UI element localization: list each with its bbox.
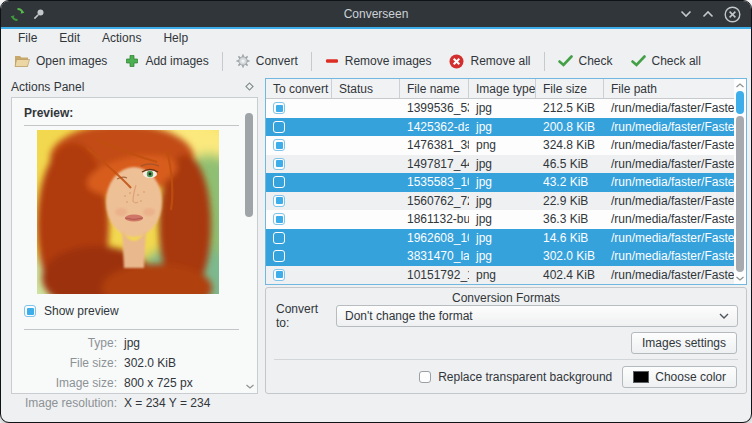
convert-label: Convert xyxy=(256,54,298,68)
cell-file-path: /run/media/faster/Faster... xyxy=(604,138,746,152)
cell-to-convert[interactable] xyxy=(266,176,332,188)
table-header[interactable]: To convert Status File name Image type F… xyxy=(266,79,746,99)
table-row[interactable]: 1425362-dart... jpg 200.8 KiB /run/media… xyxy=(266,118,746,137)
row-checkbox[interactable] xyxy=(273,195,285,207)
plus-icon xyxy=(125,54,139,68)
scrollbar-thumb[interactable] xyxy=(245,113,253,217)
col-status[interactable]: Status xyxy=(332,79,400,98)
file-table[interactable]: To convert Status File name Image type F… xyxy=(265,78,747,285)
cell-file-size: 14.6 KiB xyxy=(536,231,604,245)
scroll-up-icon[interactable] xyxy=(245,100,255,110)
toolbar-separator xyxy=(222,52,223,71)
panel-scrollbar[interactable] xyxy=(244,100,254,391)
actions-panel-scroll-area: Preview: xyxy=(11,97,258,394)
app-window: Converseen File Edit Actions Help xyxy=(0,0,752,423)
close-button[interactable] xyxy=(724,6,741,23)
group-title: Conversion Formats xyxy=(266,291,746,305)
maximize-button[interactable] xyxy=(702,10,714,18)
remove-all-label: Remove all xyxy=(470,54,530,68)
actions-panel-title: Actions Panel xyxy=(11,80,84,94)
col-file-size[interactable]: File size xyxy=(536,79,604,98)
choose-color-button[interactable]: Choose color xyxy=(622,366,737,388)
convert-to-select[interactable]: Don't change the format xyxy=(336,305,738,327)
cell-to-convert[interactable] xyxy=(266,269,332,281)
checkbox-unchecked-icon xyxy=(419,371,431,383)
folder-open-icon xyxy=(14,54,30,68)
table-row[interactable]: 1535583_102... jpg 43.2 KiB /run/media/f… xyxy=(266,173,746,192)
conversion-formats-group: Conversion Formats Convert to: Don't cha… xyxy=(265,287,747,394)
convert-to-label: Convert to: xyxy=(276,302,326,330)
cell-to-convert[interactable] xyxy=(266,250,332,262)
add-images-button[interactable]: Add images xyxy=(116,50,217,72)
scroll-up-icon[interactable] xyxy=(735,80,745,90)
titlebar[interactable]: Converseen xyxy=(1,1,751,27)
table-body: 1399536_532... jpg 212.5 KiB /run/media/… xyxy=(266,99,746,284)
actions-panel: Actions Panel Preview: xyxy=(9,77,258,397)
row-checkbox[interactable] xyxy=(273,158,285,170)
choose-color-label: Choose color xyxy=(655,370,726,384)
col-to-convert[interactable]: To convert xyxy=(266,79,332,98)
row-checkbox[interactable] xyxy=(273,213,285,225)
row-checkbox[interactable] xyxy=(273,232,285,244)
cell-to-convert[interactable] xyxy=(266,195,332,207)
info-label: Type: xyxy=(12,336,117,350)
scrollbar-thumb[interactable] xyxy=(736,91,744,114)
menu-file[interactable]: File xyxy=(9,30,46,46)
check-all-button[interactable]: Check all xyxy=(622,50,710,72)
minimize-button[interactable] xyxy=(680,10,692,18)
scroll-down-icon[interactable] xyxy=(735,273,745,283)
table-row[interactable]: 1497817_443... jpg 46.5 KiB /run/media/f… xyxy=(266,155,746,174)
images-settings-button[interactable]: Images settings xyxy=(631,332,737,354)
row-checkbox[interactable] xyxy=(273,269,285,281)
cell-file-name: 1560762_722... xyxy=(400,194,469,208)
remove-images-label: Remove images xyxy=(345,54,432,68)
table-row[interactable]: 1962608_102... jpg 14.6 KiB /run/media/f… xyxy=(266,229,746,248)
cell-to-convert[interactable] xyxy=(266,121,332,133)
divider xyxy=(274,359,738,360)
table-scrollbar[interactable] xyxy=(734,79,746,284)
col-file-path[interactable]: File path xyxy=(604,79,746,98)
cell-file-path: /run/media/faster/Faster... xyxy=(604,212,746,226)
minus-icon xyxy=(325,54,339,68)
table-row[interactable]: 1399536_532... jpg 212.5 KiB /run/media/… xyxy=(266,99,746,118)
check-button[interactable]: Check xyxy=(549,50,622,72)
table-row[interactable]: 1560762_722... jpg 22.9 KiB /run/media/f… xyxy=(266,192,746,211)
cell-to-convert[interactable] xyxy=(266,139,332,151)
scroll-down-icon[interactable] xyxy=(245,381,255,391)
preview-image xyxy=(37,130,219,294)
remove-images-button[interactable]: Remove images xyxy=(316,50,441,72)
cell-to-convert[interactable] xyxy=(266,158,332,170)
menu-help[interactable]: Help xyxy=(154,30,197,46)
remove-all-button[interactable]: Remove all xyxy=(440,50,539,73)
open-images-button[interactable]: Open images xyxy=(5,50,116,72)
float-panel-icon[interactable] xyxy=(245,82,254,91)
cell-image-type: jpg xyxy=(469,194,536,208)
row-checkbox[interactable] xyxy=(273,250,285,262)
table-row[interactable]: 1476381_389... png 324.8 KiB /run/media/… xyxy=(266,136,746,155)
cell-to-convert[interactable] xyxy=(266,102,332,114)
menu-actions[interactable]: Actions xyxy=(93,30,150,46)
cell-file-name: 1535583_102... xyxy=(400,175,469,189)
row-checkbox[interactable] xyxy=(273,102,285,114)
cell-file-path: /run/media/faster/Faster... xyxy=(604,120,746,134)
check-all-icon xyxy=(631,55,646,67)
col-image-type[interactable]: Image type xyxy=(469,79,536,98)
convert-button[interactable]: Convert xyxy=(227,50,307,72)
table-row[interactable]: 1861132-bun... jpg 36.3 KiB /run/media/f… xyxy=(266,210,746,229)
row-checkbox[interactable] xyxy=(273,121,285,133)
table-row[interactable]: 3831470_larg... jpg 302.0 KiB /run/media… xyxy=(266,247,746,266)
row-checkbox[interactable] xyxy=(273,176,285,188)
table-row[interactable]: 10151792_14... png 402.4 KiB /run/media/… xyxy=(266,266,746,285)
cell-to-convert[interactable] xyxy=(266,213,332,225)
pin-icon[interactable] xyxy=(33,8,45,20)
color-swatch xyxy=(633,371,649,383)
menu-edit[interactable]: Edit xyxy=(50,30,89,46)
row-checkbox[interactable] xyxy=(273,139,285,151)
scrollbar-groove[interactable] xyxy=(736,116,744,272)
cell-file-path: /run/media/faster/Faster... xyxy=(604,249,746,263)
col-file-name[interactable]: File name xyxy=(400,79,469,98)
cell-file-name: 1425362-dart... xyxy=(400,120,469,134)
cell-to-convert[interactable] xyxy=(266,232,332,244)
replace-transparent-checkbox[interactable]: Replace transparent background xyxy=(419,370,612,384)
show-preview-checkbox[interactable]: Show preview xyxy=(24,304,119,318)
